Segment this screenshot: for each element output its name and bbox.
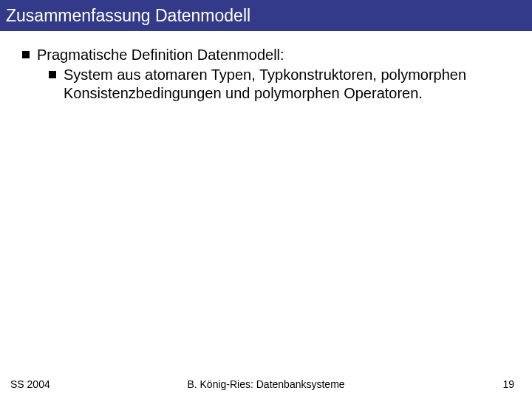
title-bar: Zusammenfassung Datenmodell xyxy=(0,0,532,31)
slide-footer: SS 2004 B. König-Ries: Datenbanksysteme … xyxy=(0,378,532,390)
bullet-text-l2: System aus atomaren Typen, Typkonstrukto… xyxy=(64,66,499,103)
square-bullet-icon xyxy=(49,71,56,78)
slide-content: Pragmatische Definition Datenmodell: Sys… xyxy=(0,31,532,103)
footer-author: B. König-Ries: Datenbanksysteme xyxy=(0,378,532,390)
slide-title: Zusammenfassung Datenmodell xyxy=(6,6,250,26)
footer-page-number: 19 xyxy=(502,378,514,390)
bullet-level1: Pragmatische Definition Datenmodell: xyxy=(22,46,517,64)
square-bullet-icon xyxy=(22,51,30,58)
bullet-level2: System aus atomaren Typen, Typkonstrukto… xyxy=(49,66,517,103)
footer-term: SS 2004 xyxy=(10,378,50,390)
bullet-text-l1: Pragmatische Definition Datenmodell: xyxy=(37,46,284,64)
